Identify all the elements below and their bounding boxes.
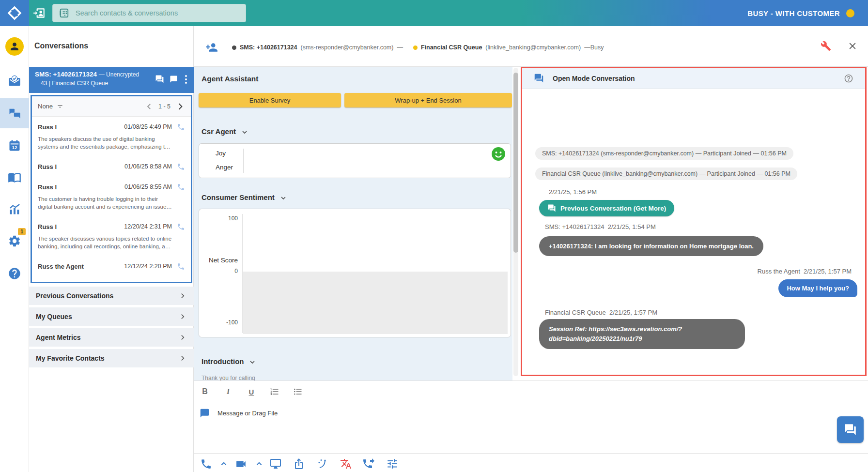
more-options-icon[interactable] — [183, 75, 189, 84]
forum-icon[interactable] — [155, 75, 164, 84]
conversation-list-item[interactable]: Russ the Agent 12/12/24 2:20 PM — [32, 256, 191, 276]
italic-button[interactable]: I — [221, 384, 235, 399]
message-input[interactable]: Message or Drag File — [200, 408, 278, 418]
queue-status-dot-icon — [413, 46, 418, 50]
call-options-button[interactable] — [217, 457, 231, 471]
scrollbar-track[interactable] — [513, 68, 518, 376]
y-tick-0: 0 — [199, 268, 238, 274]
nav-previous-conversations[interactable]: Previous Conversations — [29, 287, 194, 305]
close-icon[interactable] — [848, 41, 857, 51]
wrapup-end-session-button[interactable]: Wrap-up + End Session — [344, 93, 512, 107]
video-options-button[interactable] — [252, 457, 266, 471]
wrench-icon[interactable] — [821, 41, 831, 51]
active-conversation-queue: 43 | Financial CSR Queue — [41, 80, 108, 87]
search-input[interactable] — [75, 9, 240, 17]
phone-call-icon[interactable] — [177, 163, 185, 171]
translate-button[interactable] — [339, 457, 353, 471]
message-sender-label: Financial CSR Queue 2/21/25, 1:57 PM — [545, 309, 657, 316]
voice-call-button[interactable] — [199, 457, 213, 471]
session-header: SMS: +14026171324 (sms-responder@cmybank… — [194, 26, 868, 67]
enable-survey-button[interactable]: Enable Survey — [199, 93, 341, 107]
sidebar-item-directory[interactable] — [0, 164, 29, 191]
previous-conversation-button[interactable]: Previous Conversation (Get More) — [539, 200, 674, 216]
sidebar-item-help[interactable] — [0, 260, 29, 287]
app-logo[interactable] — [0, 0, 29, 26]
conversation-list-item[interactable]: Russ I 12/20/24 2:31 PM The speaker disc… — [32, 216, 191, 256]
introduction-snippet: Thank you for calling — [202, 375, 255, 381]
underline-button[interactable]: U — [244, 384, 259, 399]
active-conversation-number: SMS: +14026171324 — [35, 71, 97, 78]
phone-call-icon[interactable] — [177, 223, 185, 231]
search-bar[interactable] — [52, 4, 246, 22]
contact-name: Russ I — [38, 123, 57, 131]
search-contacts-icon — [59, 8, 69, 18]
share-upload-icon — [293, 458, 305, 470]
outgoing-message-bubble: How May I help you? — [778, 279, 857, 297]
session-queue-detail: (linklive_banking@cmybanker.com) — [485, 44, 581, 51]
top-bar: BUSY - WITH CUSTOMER — [0, 0, 868, 26]
transfer-call-button[interactable] — [362, 457, 376, 471]
sidebar-item-settings[interactable]: 1 — [0, 228, 29, 255]
introduction-section-header[interactable]: Introduction — [202, 357, 256, 366]
chevron-down-icon — [241, 128, 248, 136]
phone-icon — [200, 458, 212, 470]
nav-my-favorite-contacts[interactable]: My Favorite Contacts — [29, 349, 194, 367]
sidebar-item-calendar[interactable]: 12 — [0, 132, 29, 159]
system-message-pill: SMS: +14026171324 (sms-responder@cmybank… — [535, 147, 793, 160]
conversation-summary: The customer is having trouble logging i… — [38, 196, 185, 211]
bulleted-list-button[interactable] — [291, 384, 305, 399]
enable-survey-label: Enable Survey — [249, 97, 291, 104]
sentiment-y-axis — [243, 214, 243, 333]
conversations-nav: Previous Conversations My Queues Agent M… — [29, 287, 194, 370]
send-button[interactable] — [837, 416, 864, 443]
conversation-date: 12/20/24 2:31 PM — [124, 223, 172, 230]
open-mode-title: Open Mode Conversation — [553, 75, 635, 82]
numbered-list-button[interactable] — [267, 384, 282, 399]
agent-assistant-title: Agent Assistant — [202, 75, 258, 83]
calendar-day-label: 12 — [12, 145, 17, 150]
phone-call-icon[interactable] — [177, 262, 185, 271]
agent-status[interactable]: BUSY - WITH CUSTOMER — [747, 0, 854, 26]
chevron-right-icon — [178, 354, 187, 363]
nav-agent-metrics[interactable]: Agent Metrics — [29, 328, 194, 347]
page-previous-icon[interactable] — [145, 102, 154, 111]
consumer-sentiment-section-header[interactable]: Consumer Sentiment — [202, 193, 287, 202]
page-next-icon[interactable] — [175, 102, 185, 111]
active-conversation-card[interactable]: SMS: +14026171324 — Unencrypted 43 | Fin… — [29, 67, 194, 93]
filter-icon[interactable] — [56, 103, 64, 110]
chat-bubble-icon[interactable] — [170, 75, 178, 83]
phone-forward-icon — [363, 458, 375, 470]
person-add-icon[interactable] — [205, 41, 218, 54]
conversation-list-item[interactable]: Russ I 01/08/25 4:49 PM The speakers dis… — [32, 117, 191, 156]
contact-add-button[interactable] — [32, 6, 46, 20]
bold-button[interactable]: B — [198, 384, 212, 399]
app-window: BUSY - WITH CUSTOMER — [0, 0, 868, 472]
toolbar-divider — [194, 453, 868, 454]
phone-call-icon[interactable] — [177, 123, 185, 131]
message-placeholder: Message or Drag File — [217, 410, 278, 417]
phone-call-icon[interactable] — [177, 183, 185, 191]
scrollbar-thumb[interactable] — [513, 73, 518, 253]
ai-assist-button[interactable] — [316, 457, 329, 471]
y-tick-100: 100 — [199, 215, 238, 222]
filter-label[interactable]: None — [38, 103, 53, 110]
help-outline-icon[interactable] — [844, 74, 853, 83]
csr-agent-section-header[interactable]: Csr Agent — [202, 127, 248, 136]
sidebar-item-inbox[interactable] — [0, 68, 29, 95]
system-message-pill: Financial CSR Queue (linklive_banking@cm… — [535, 167, 797, 180]
conversation-list-item[interactable]: Russ I 01/06/25 8:55 AM The customer is … — [32, 177, 191, 216]
settings-sliders-button[interactable] — [386, 457, 399, 471]
video-camera-icon — [235, 458, 247, 470]
sidebar-item-analytics[interactable] — [0, 196, 29, 223]
nav-my-queues[interactable]: My Queues — [29, 307, 194, 326]
screen-share-button[interactable] — [269, 457, 282, 471]
nav-label: Agent Metrics — [36, 334, 81, 341]
profile-avatar-button[interactable] — [0, 33, 29, 60]
sidebar-item-conversations[interactable] — [0, 98, 29, 128]
conversation-filter-row: None 1 - 5 — [32, 96, 191, 117]
consumer-sentiment-title: Consumer Sentiment — [202, 193, 275, 201]
share-file-button[interactable] — [292, 457, 306, 471]
conversation-list-item[interactable]: Russ I 01/06/25 8:58 AM — [32, 156, 191, 177]
video-call-button[interactable] — [234, 457, 248, 471]
contact-add-icon — [33, 7, 46, 19]
